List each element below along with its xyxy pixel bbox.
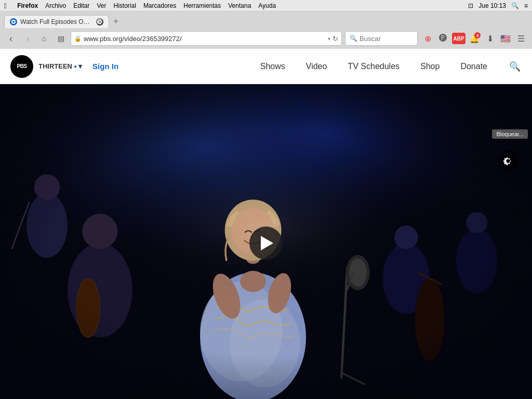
- pbs-logo[interactable]: PBS: [10, 55, 33, 78]
- thirteen-chevron[interactable]: ▾: [78, 62, 82, 70]
- pbs-header: PBS THIRTEEN ● ▾ Sign In Shows Video TV …: [0, 49, 532, 84]
- nav-shows[interactable]: Shows: [260, 62, 285, 71]
- play-icon: [261, 236, 273, 250]
- menubar-display-icon: ⊡: [468, 2, 473, 9]
- notification-badge: 4: [474, 32, 481, 38]
- tab-close-button[interactable]: ✕: [96, 18, 103, 25]
- menu-historial[interactable]: Historial: [114, 2, 136, 9]
- thirteen-dot: ●: [74, 63, 77, 69]
- menubar-search-icon[interactable]: 🔍: [511, 2, 519, 9]
- menubar-time: Jue 10:13: [478, 2, 506, 9]
- lock-icon: 🔒: [74, 35, 82, 42]
- menu-editar[interactable]: Editar: [73, 2, 89, 9]
- tab-favicon: [10, 18, 17, 25]
- apple-icon: : [4, 2, 7, 10]
- menu-herramientas[interactable]: Herramientas: [183, 2, 221, 9]
- bloquear-tooltip: Bloquear...: [492, 129, 528, 139]
- address-dropdown-icon[interactable]: ▾: [328, 36, 330, 42]
- video-area[interactable]: [0, 84, 532, 399]
- browser-chrome: Watch Full Episodes Online... ✕ + ‹ › ⌂ …: [0, 11, 532, 49]
- menu-ventana[interactable]: Ventana: [228, 2, 251, 9]
- new-tab-button[interactable]: +: [109, 15, 123, 28]
- thirteen-label: THIRTEEN: [38, 62, 72, 70]
- pbs-logo-area: PBS THIRTEEN ● ▾: [10, 55, 82, 78]
- address-input[interactable]: [84, 35, 326, 43]
- home-button[interactable]: ⌂: [37, 32, 51, 45]
- menu-archivo[interactable]: Archivo: [45, 2, 66, 9]
- bloquear-text: Bloquear...: [496, 131, 524, 137]
- settings-svg: [502, 155, 514, 167]
- nav-donate[interactable]: Donate: [460, 62, 487, 71]
- forward-button[interactable]: ›: [21, 32, 34, 45]
- menu-button[interactable]: ☰: [514, 32, 528, 45]
- notification-button[interactable]: 🔔 4: [468, 32, 481, 45]
- pocket-icon-button[interactable]: ⊕: [421, 32, 434, 45]
- menu-ver[interactable]: Ver: [97, 2, 107, 9]
- tab-bar: Watch Full Episodes Online... ✕ +: [0, 11, 532, 28]
- pbs-logo-text: PBS: [17, 63, 26, 69]
- pocket-save-button[interactable]: 🅟: [436, 32, 450, 45]
- nav-video[interactable]: Video: [306, 62, 327, 71]
- active-tab[interactable]: Watch Full Episodes Online... ✕: [4, 15, 109, 28]
- mac-menubar:  Firefox Archivo Editar Ver Historial M…: [0, 0, 532, 11]
- nav-tv-schedules[interactable]: TV Schedules: [348, 62, 400, 71]
- reload-button[interactable]: ↻: [332, 35, 338, 43]
- menu-ayuda[interactable]: Ayuda: [258, 2, 276, 9]
- menubar-list-icon[interactable]: ≡: [524, 2, 528, 9]
- toolbar-right-icons: ⊕ 🅟 ABP 🔔 4 ⬇ 🇺🇸 ☰: [421, 32, 528, 45]
- browser-toolbar: ‹ › ⌂ ▤ 🔒 ▾ ↻ 🔍 ⊕ 🅟 ABP 🔔 4 ⬇ 🇺🇸 ☰: [0, 28, 532, 49]
- flag-icon-button[interactable]: 🇺🇸: [499, 32, 512, 45]
- thirteen-badge[interactable]: THIRTEEN ● ▾: [38, 62, 82, 70]
- search-button[interactable]: 🔍: [508, 60, 522, 73]
- main-nav: Shows Video TV Schedules Shop Donate 🔍: [260, 60, 522, 73]
- adblock-button[interactable]: ABP: [452, 33, 466, 44]
- menubar-right: ⊡ Jue 10:13 🔍 ≡: [468, 2, 528, 9]
- favicon-inner: [11, 20, 16, 24]
- video-settings-icon[interactable]: [497, 150, 519, 172]
- search-input[interactable]: [360, 35, 411, 43]
- sign-in-button[interactable]: Sign In: [92, 62, 118, 71]
- website-content: PBS THIRTEEN ● ▾ Sign In Shows Video TV …: [0, 49, 532, 399]
- search-icon: 🔍: [350, 35, 357, 42]
- address-bar: 🔒 ▾ ↻: [71, 31, 342, 46]
- tab-title: Watch Full Episodes Online...: [20, 18, 93, 25]
- back-button[interactable]: ‹: [4, 32, 18, 45]
- sidebar-button[interactable]: ▤: [54, 32, 68, 45]
- menu-items: Firefox Archivo Editar Ver Historial Mar…: [17, 2, 276, 9]
- nav-shop[interactable]: Shop: [420, 62, 440, 71]
- menu-marcadores[interactable]: Marcadores: [143, 2, 176, 9]
- download-button[interactable]: ⬇: [483, 32, 497, 45]
- menu-firefox[interactable]: Firefox: [17, 2, 38, 9]
- play-button[interactable]: [249, 227, 283, 260]
- search-bar: 🔍: [345, 31, 418, 46]
